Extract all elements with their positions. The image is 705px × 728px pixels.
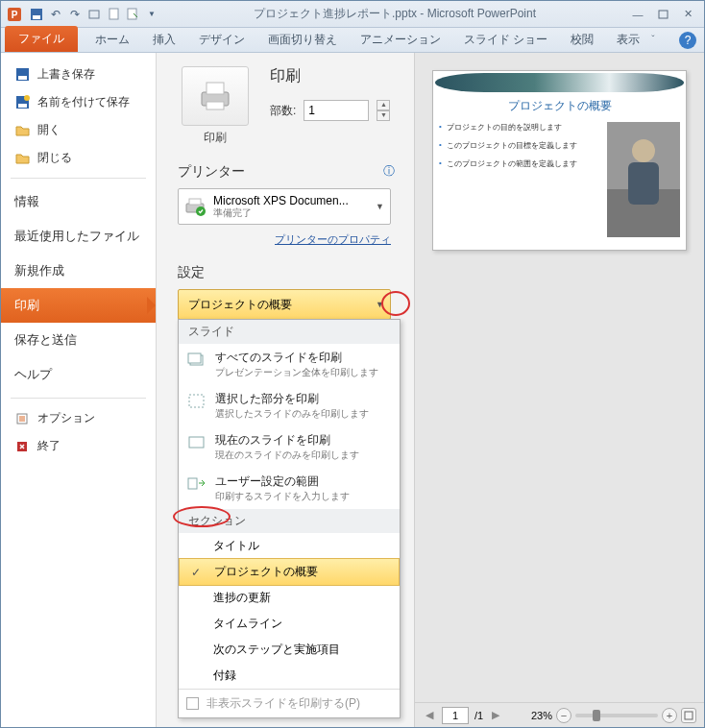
prev-page-button[interactable]: ◀ <box>423 707 436 724</box>
backstage-nav: 上書き保存 名前を付けて保存 開く 閉じる 情報 最近使用したファイル 新規作成… <box>1 53 157 727</box>
nav-label: 情報 <box>14 193 39 210</box>
custom-range-icon <box>186 473 207 495</box>
section-opt[interactable]: 次のステップと実施項目 <box>179 637 400 663</box>
svg-rect-11 <box>18 104 27 108</box>
slide-title: プロジェクトの概要 <box>439 98 680 114</box>
nav-exit[interactable]: 終了 <box>1 432 156 460</box>
nav-open[interactable]: 開く <box>1 116 156 144</box>
nav-label: ヘルプ <box>14 366 52 383</box>
print-button[interactable]: 印刷 <box>178 66 253 146</box>
nav-label: 保存と送信 <box>14 331 77 349</box>
tab-design[interactable]: デザイン <box>187 27 256 52</box>
nav-label: 開く <box>37 122 61 138</box>
section-opt[interactable]: タイトル <box>179 533 400 559</box>
svg-rect-17 <box>207 102 224 109</box>
svg-rect-23 <box>189 395 204 407</box>
menu-print-hidden: 非表示スライドを印刷する(P) <box>179 689 400 717</box>
svg-text:P: P <box>12 10 18 20</box>
nav-label: 上書き保存 <box>37 66 95 83</box>
window-title: プロジェクト進捗レポート.pptx - Microsoft PowerPoint <box>160 6 629 22</box>
qat-undo-icon[interactable]: ↶ <box>47 6 64 23</box>
info-icon[interactable]: ⓘ <box>383 163 395 180</box>
printer-icon <box>196 79 234 113</box>
tab-review[interactable]: 校閲 <box>559 27 605 52</box>
slide-bullets: プロジェクトの目的を説明します このプロジェクトの目標を定義します このプロジェ… <box>439 122 599 237</box>
section-opt[interactable]: 付録 <box>179 663 400 689</box>
quick-access-toolbar: ↶ ↷ ▼ <box>28 6 160 23</box>
nav-info[interactable]: 情報 <box>1 184 156 219</box>
minimize-button[interactable]: — <box>629 7 646 22</box>
printer-heading: プリンターⓘ <box>178 163 404 181</box>
range-selected-label: プロジェクトの概要 <box>188 298 292 311</box>
zoom-slider[interactable] <box>575 714 658 717</box>
section-opt[interactable]: 進捗の更新 <box>179 585 400 611</box>
zoom-fit-button[interactable] <box>681 708 696 723</box>
section-opt[interactable]: タイムライン <box>179 611 400 637</box>
hidden-slides-label: 非表示スライドを印刷する(P) <box>207 695 360 712</box>
copies-label: 部数: <box>270 103 296 119</box>
tab-insert[interactable]: 挿入 <box>141 27 187 52</box>
nav-save[interactable]: 上書き保存 <box>1 61 156 88</box>
close-button[interactable]: ✕ <box>679 7 696 22</box>
tab-transitions[interactable]: 画面切り替え <box>256 27 349 52</box>
menu-opt-current[interactable]: 現在のスライドを印刷現在のスライドのみを印刷します <box>179 426 400 468</box>
open-icon <box>14 123 30 138</box>
check-icon: ✓ <box>191 566 201 579</box>
nav-options[interactable]: オプション <box>1 404 156 432</box>
zoom-in-button[interactable]: + <box>662 708 677 723</box>
nav-print[interactable]: 印刷 <box>1 288 156 323</box>
nav-save-send[interactable]: 保存と送信 <box>1 323 156 357</box>
print-heading: 印刷 <box>270 66 390 86</box>
nav-help[interactable]: ヘルプ <box>1 357 156 392</box>
nav-recent[interactable]: 最近使用したファイル <box>1 219 156 254</box>
qat-redo-icon[interactable]: ↷ <box>66 6 84 23</box>
menu-opt-custom[interactable]: ユーザー設定の範囲印刷するスライドを入力します <box>179 468 400 509</box>
svg-rect-9 <box>18 76 27 80</box>
nav-close[interactable]: 閉じる <box>1 144 156 172</box>
nav-label: 名前を付けて保存 <box>37 94 130 110</box>
svg-rect-7 <box>659 11 668 18</box>
print-range-dropdown[interactable]: プロジェクトの概要 ▼ <box>178 289 391 320</box>
svg-point-12 <box>24 95 30 101</box>
section-opt-selected[interactable]: ✓プロジェクトの概要 <box>179 558 400 586</box>
qat-save-icon[interactable] <box>28 6 45 23</box>
checkbox[interactable] <box>186 697 199 710</box>
printer-status: 準備完了 <box>213 207 370 219</box>
svg-rect-4 <box>89 11 99 18</box>
zoom-out-button[interactable]: − <box>556 708 571 723</box>
nav-label: 閉じる <box>37 150 72 166</box>
nav-save-as[interactable]: 名前を付けて保存 <box>1 88 156 116</box>
help-icon[interactable]: ? <box>679 32 696 49</box>
qat-icon[interactable] <box>105 6 122 23</box>
tab-slideshow[interactable]: スライド ショー <box>452 27 559 52</box>
qat-icon[interactable] <box>85 6 103 23</box>
page-total: /1 <box>474 710 483 721</box>
close-folder-icon <box>14 151 30 166</box>
tab-file[interactable]: ファイル <box>5 26 78 52</box>
tab-home[interactable]: ホーム <box>84 27 141 52</box>
copies-spinner[interactable]: ▲▼ <box>377 100 390 121</box>
svg-rect-3 <box>33 15 40 19</box>
next-page-button[interactable]: ▶ <box>489 707 502 724</box>
ribbon-expand-icon[interactable]: ˇ <box>651 35 665 48</box>
maximize-button[interactable] <box>654 7 671 22</box>
ribbon-tabs: ファイル ホーム 挿入 デザイン 画面切り替え アニメーション スライド ショー… <box>1 28 704 53</box>
qat-icon[interactable] <box>124 6 141 23</box>
copies-input[interactable] <box>304 100 369 121</box>
nav-label: 新規作成 <box>14 262 64 279</box>
menu-opt-selection[interactable]: 選択した部分を印刷選択したスライドのみを印刷します <box>179 385 400 426</box>
tab-view[interactable]: 表示 <box>605 27 651 52</box>
printer-properties-link[interactable]: プリンターのプロパティ <box>178 232 391 247</box>
svg-rect-22 <box>188 353 201 363</box>
menu-opt-all-slides[interactable]: すべてのスライドを印刷プレゼンテーション全体を印刷します <box>179 344 400 385</box>
nav-new[interactable]: 新規作成 <box>1 254 156 288</box>
slide-preview: プロジェクトの概要 プロジェクトの目的を説明します このプロジェクトの目標を定義… <box>432 70 687 251</box>
nav-label: 印刷 <box>14 297 39 314</box>
current-slide-icon <box>186 432 207 453</box>
slides-icon <box>186 350 207 371</box>
nav-label: 最近使用したファイル <box>14 228 139 245</box>
tab-animations[interactable]: アニメーション <box>349 27 452 52</box>
printer-dropdown[interactable]: Microsoft XPS Documen...準備完了 ▼ <box>178 188 391 225</box>
qat-dropdown-icon[interactable]: ▼ <box>143 6 160 23</box>
page-input[interactable]: 1 <box>442 707 469 724</box>
